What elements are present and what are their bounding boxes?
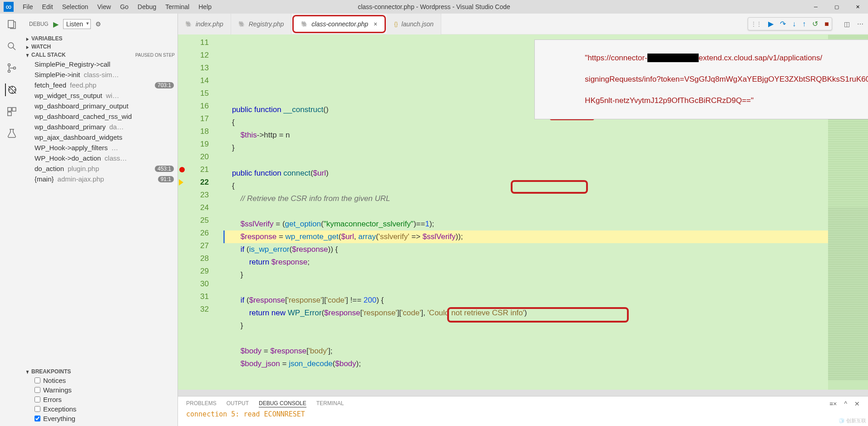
activity-bar [0, 14, 24, 426]
menu-view[interactable]: View [93, 0, 115, 14]
breakpoint-checkbox[interactable] [35, 397, 40, 402]
breakpoint-checkbox[interactable] [35, 387, 40, 393]
minimize-button[interactable]: ─ [805, 0, 826, 14]
menu-terminal[interactable]: Terminal [161, 0, 194, 14]
stack-frame[interactable]: do_actionplugin.php453:1 [24, 163, 178, 174]
svg-rect-7 [12, 108, 16, 111]
stack-frame[interactable]: wp_widget_rss_outputwi… [24, 90, 178, 101]
editor-tab[interactable]: 🐘index.php [178, 14, 231, 34]
code-line[interactable]: $body_json = json_decode($body); [223, 357, 828, 370]
panel-tab-problems[interactable]: PROBLEMS [186, 400, 217, 407]
bottom-panel: PROBLEMSOUTPUTDEBUG CONSOLETERMINAL ≡× ^… [178, 396, 868, 426]
code-line[interactable]: } [223, 142, 828, 154]
source-control-icon[interactable] [5, 62, 18, 74]
stack-frame[interactable]: wp_dashboard_primary_output [24, 101, 178, 111]
code-line[interactable]: $sslVerify = (get_option("kymaconnector_… [223, 218, 828, 230]
editor-tab[interactable]: {}launch.json [387, 14, 441, 34]
search-icon[interactable] [5, 40, 18, 53]
stop-button[interactable]: ■ [824, 20, 829, 28]
breakpoint-option[interactable]: Warnings [24, 385, 178, 395]
restart-button[interactable]: ↺ [812, 20, 818, 28]
start-debug-button[interactable]: ▶ [53, 20, 59, 29]
watch-section[interactable]: WATCH [24, 43, 178, 51]
stack-frame[interactable]: fetch_feedfeed.php703:1 [24, 80, 178, 90]
breakpoint-option[interactable]: Exceptions [24, 404, 178, 414]
variables-section[interactable]: VARIABLES [24, 34, 178, 43]
debug-config-select[interactable]: Listen [63, 19, 91, 29]
split-editor-icon[interactable]: ◫ [844, 20, 850, 28]
horizontal-scrollbar[interactable] [178, 390, 868, 396]
menu-edit[interactable]: Edit [38, 0, 58, 14]
clear-console-icon[interactable]: ≡× [829, 400, 837, 407]
code-line[interactable]: $this->http = n [223, 129, 828, 142]
code-line[interactable]: if ($response['response']['code'] !== 20… [223, 294, 828, 307]
toolbar-grip-icon[interactable]: ⋮⋮ [751, 21, 762, 27]
title-bar: FileEditSelectionViewGoDebugTerminalHelp… [0, 0, 868, 14]
breakpoint-icon[interactable] [179, 167, 185, 172]
value-tooltip: "https://connector- extend.cx.cloud.sap/… [534, 39, 868, 119]
explorer-icon[interactable] [5, 18, 18, 31]
debug-toolbar: ⋮⋮ ▶ ↷ ↓ ↑ ↺ ■ [748, 17, 832, 30]
step-out-button[interactable]: ↑ [802, 20, 806, 28]
code-line[interactable]: } [223, 269, 828, 281]
php-file-icon: 🐘 [238, 21, 245, 27]
code-line[interactable]: $body = $response['body']; [223, 345, 828, 357]
breakpoint-option[interactable]: Errors [24, 395, 178, 404]
menu-debug[interactable]: Debug [133, 0, 161, 14]
test-icon[interactable] [5, 127, 18, 140]
json-file-icon: {} [394, 21, 398, 27]
debug-console-output: connection 5: read ECONNRESET [178, 409, 868, 419]
menu-file[interactable]: File [18, 0, 38, 14]
editor-tab[interactable]: 🐘class-connector.php× [292, 15, 386, 33]
panel-tab-terminal[interactable]: TERMINAL [316, 400, 344, 407]
code-line[interactable] [223, 332, 828, 345]
stack-frame[interactable]: WP_Hook->apply_filters… [24, 142, 178, 153]
breakpoint-option[interactable]: Notices [24, 376, 178, 385]
code-line[interactable]: $response = wp_remote_get($url, array('s… [223, 230, 828, 243]
menu-selection[interactable]: Selection [58, 0, 93, 14]
extensions-icon[interactable] [5, 105, 18, 118]
debug-settings-icon[interactable]: ⚙ [95, 20, 101, 28]
svg-point-4 [14, 67, 16, 69]
stack-frame[interactable]: wp_dashboard_primaryda… [24, 122, 178, 132]
debug-icon[interactable] [5, 83, 18, 96]
breakpoint-checkbox[interactable] [35, 406, 40, 412]
stack-frame[interactable]: WP_Hook->do_actionclass… [24, 153, 178, 163]
svg-rect-0 [8, 20, 14, 28]
stack-frame[interactable]: wp_dashboard_cached_rss_wid [24, 111, 178, 122]
breakpoints-section[interactable]: BREAKPOINTS [24, 367, 178, 376]
close-tab-icon[interactable]: × [374, 20, 377, 28]
panel-maximize-icon[interactable]: ^ [844, 400, 847, 407]
menu-help[interactable]: Help [194, 0, 216, 14]
stack-frame[interactable]: SimplePie_Registry->call [24, 59, 178, 69]
breakpoint-checkbox[interactable] [35, 416, 40, 421]
panel-close-icon[interactable]: ✕ [854, 400, 860, 407]
svg-rect-8 [8, 112, 11, 116]
code-line[interactable]: public function connect($url) [223, 167, 828, 180]
panel-tab-debug-console[interactable]: DEBUG CONSOLE [259, 400, 306, 407]
close-window-button[interactable]: ✕ [847, 0, 868, 14]
continue-button[interactable]: ▶ [768, 20, 774, 28]
code-line[interactable] [223, 154, 828, 167]
code-line[interactable]: return $response; [223, 256, 828, 269]
breakpoint-checkbox[interactable] [35, 377, 40, 383]
code-line[interactable]: if (is_wp_error($response)) { [223, 243, 828, 256]
callstack-section[interactable]: CALL STACK PAUSED ON STEP [24, 51, 178, 59]
code-line[interactable]: // Retrieve the CSR info from the given … [223, 192, 828, 205]
stack-frame[interactable]: wp_ajax_dashboard_widgets [24, 132, 178, 142]
more-actions-icon[interactable]: ⋯ [857, 20, 863, 28]
vscode-logo-icon [4, 2, 14, 12]
step-into-button[interactable]: ↓ [792, 20, 796, 28]
stack-frame[interactable]: SimplePie->initclass-sim… [24, 69, 178, 80]
breakpoint-option[interactable]: Everything [24, 414, 178, 423]
stack-frame[interactable]: {main}admin-ajax.php91:1 [24, 174, 178, 184]
step-over-button[interactable]: ↷ [780, 20, 786, 28]
svg-rect-6 [8, 108, 11, 111]
panel-tab-output[interactable]: OUTPUT [227, 400, 249, 407]
code-editor[interactable]: 1112131415161718192021222324252627282930… [178, 34, 868, 390]
code-line[interactable] [223, 281, 828, 294]
menu-go[interactable]: Go [115, 0, 133, 14]
editor-tab[interactable]: 🐘Registry.php [231, 14, 292, 34]
maximize-button[interactable]: ▢ [826, 0, 847, 14]
code-line[interactable] [223, 205, 828, 218]
